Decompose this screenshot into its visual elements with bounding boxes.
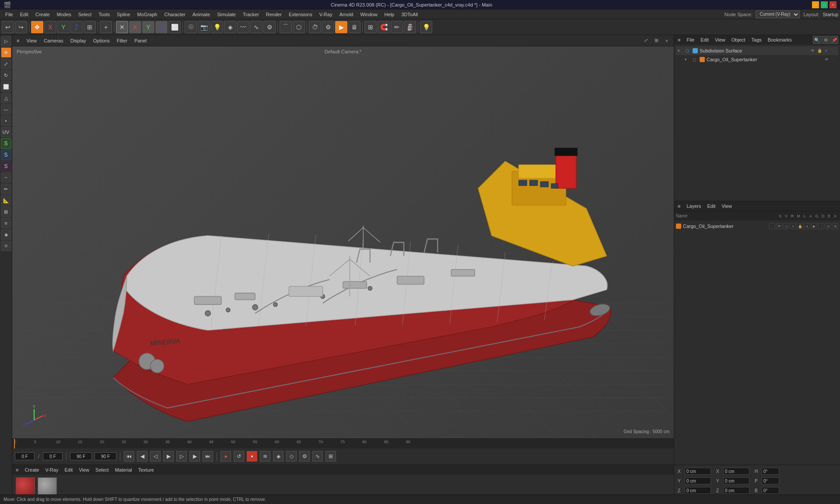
paint-button[interactable]: ✏ <box>391 21 403 33</box>
maximize-button[interactable]: □ <box>821 1 828 8</box>
mat-edit[interactable]: Edit <box>63 466 74 473</box>
om-edit[interactable]: Edit <box>699 36 710 43</box>
sculpt-button[interactable]: 🗿 <box>404 21 416 33</box>
menu-character[interactable]: Character <box>161 11 189 18</box>
record-button[interactable]: ● <box>220 451 231 462</box>
spline-button[interactable]: ∿ <box>250 21 262 33</box>
vp-filter-menu[interactable]: Filter <box>115 37 129 44</box>
select-z-button[interactable]: Z <box>155 21 168 33</box>
menu-modes[interactable]: Modes <box>53 11 75 18</box>
menu-window[interactable]: Window <box>357 11 381 18</box>
vp-layout-btn[interactable]: ⊞ <box>652 36 661 45</box>
mat-texture[interactable]: Texture <box>136 466 156 473</box>
menu-file[interactable]: File <box>2 11 17 18</box>
array-button[interactable]: ⬡ <box>293 21 305 33</box>
om-visible-icon[interactable]: 👁 <box>809 48 816 54</box>
move-tool-button[interactable]: ✥ <box>31 21 43 33</box>
tool-s3[interactable]: S <box>1 161 11 172</box>
vp-display-menu[interactable]: Display <box>69 37 88 44</box>
om-file[interactable]: File <box>685 36 696 43</box>
del-key-button[interactable]: ◇ <box>286 451 297 462</box>
camera-button[interactable]: 📷 <box>198 21 210 33</box>
mat-icon[interactable]: ≡ <box>14 466 20 473</box>
tool-edge[interactable]: — <box>1 104 11 115</box>
motion-tracker-button[interactable]: ⊞ <box>326 451 336 462</box>
render-button[interactable]: ▶ <box>335 21 347 33</box>
coord-b-input[interactable] <box>762 487 779 494</box>
play-button[interactable]: ▶ <box>163 451 174 462</box>
mat-material[interactable]: Material <box>113 466 134 473</box>
vp-panel-menu[interactable]: Panel <box>133 37 148 44</box>
hair-button[interactable]: 〰 <box>237 21 249 33</box>
tool-physics[interactable]: ⚛ <box>1 241 11 251</box>
om-object[interactable]: Object <box>730 36 747 43</box>
tool-grid[interactable]: ⊞ <box>1 206 11 217</box>
layer-icon-x[interactable]: ⊗ <box>832 223 838 229</box>
redo-button[interactable]: ↪ <box>15 21 27 33</box>
mat-select[interactable]: Select <box>94 466 111 473</box>
loop-button[interactable]: ↺ <box>234 451 244 462</box>
lp-layers[interactable]: Layers <box>685 203 703 210</box>
menu-extensions[interactable]: Extensions <box>285 11 316 18</box>
vp-menu-icon[interactable]: ≡ <box>15 37 21 44</box>
render-vp-button[interactable]: 🖥 <box>348 21 360 33</box>
tool-scale[interactable]: ⤢ <box>1 59 11 69</box>
layer-icon-s[interactable]: · <box>769 223 775 229</box>
tool-measure[interactable]: 📐 <box>1 195 11 206</box>
scale-y-button[interactable]: Y <box>57 21 70 33</box>
render-settings-button[interactable]: ⚙ <box>322 21 334 33</box>
curve-button[interactable]: ∿ <box>312 451 323 462</box>
tool-shader[interactable]: ◈ <box>1 229 11 240</box>
menu-spline[interactable]: Spline <box>113 11 134 18</box>
timeline-button[interactable]: ⏱ <box>309 21 321 33</box>
scale-x-button[interactable]: X <box>44 21 56 33</box>
tool-pointer[interactable]: ▷ <box>1 36 11 46</box>
menu-vray[interactable]: V-Ray <box>316 11 336 18</box>
material-button[interactable]: ◈ <box>224 21 236 33</box>
motion-button[interactable]: ≋ <box>260 451 270 462</box>
tool-brush[interactable]: ✏ <box>1 184 11 194</box>
menu-create[interactable]: Create <box>32 11 53 18</box>
om-icon[interactable]: ≡ <box>676 36 682 43</box>
om-expand-subdivision[interactable]: ▾ <box>678 49 684 53</box>
null-button[interactable]: ⦾ <box>185 21 197 33</box>
om-search-btn[interactable]: 🔍 <box>813 36 821 44</box>
om-lock-icon[interactable]: 🔒 <box>816 48 822 54</box>
minimize-button[interactable]: − <box>812 1 819 8</box>
vp-cameras-menu[interactable]: Cameras <box>42 37 65 44</box>
om-settings-btn[interactable]: ⚙ <box>822 36 830 44</box>
menu-3dtoall[interactable]: 3DToAll <box>398 11 421 18</box>
om-item-cargo[interactable]: ▾ ◻ Cargo_Oil_Supertanker 👁 · <box>676 55 838 64</box>
mat-create[interactable]: Create <box>23 466 41 473</box>
tool-point[interactable]: • <box>1 116 11 126</box>
tool-move[interactable]: ✥ <box>1 47 11 58</box>
tool-uv[interactable]: UV <box>1 127 11 137</box>
menu-animate[interactable]: Animate <box>189 11 214 18</box>
goto-end-button[interactable]: ⏭ <box>203 451 213 462</box>
om-pin-btn[interactable]: 📌 <box>830 36 838 44</box>
new-button[interactable]: + <box>100 21 112 33</box>
om-bookmarks[interactable]: Bookmarks <box>766 36 794 43</box>
light-tool-button[interactable]: 💡 <box>420 21 432 33</box>
end-frame-display[interactable] <box>70 452 92 460</box>
menu-edit[interactable]: Edit <box>17 11 32 18</box>
mat-vray[interactable]: V-Ray <box>43 466 60 473</box>
add-key-button[interactable]: ◈ <box>273 451 284 462</box>
om-check-icon[interactable]: ✓ <box>823 48 830 54</box>
prev-frame-button[interactable]: ◀ <box>137 451 147 462</box>
layer-icon-v[interactable]: 👁 <box>776 223 782 229</box>
select-x-button[interactable]: X <box>129 21 141 33</box>
bend-button[interactable]: ⌒ <box>280 21 292 33</box>
tool-s2[interactable]: S <box>1 150 11 160</box>
om-view[interactable]: View <box>713 36 727 43</box>
menu-tracker[interactable]: Tracker <box>239 11 262 18</box>
menu-arnold[interactable]: Arnold <box>336 11 357 18</box>
tool-object[interactable]: ⬜ <box>1 81 11 92</box>
menu-mograph[interactable]: MoGraph <box>134 11 161 18</box>
coord-p-input[interactable] <box>762 477 779 484</box>
coord-hz-input[interactable] <box>723 487 749 494</box>
coord-h-input[interactable] <box>762 468 779 475</box>
layer-icon-d[interactable]: ↓ <box>818 223 824 229</box>
layer-item-cargo[interactable]: Cargo_Oil_Supertanker · 👁 ◻ ≡ 🔒 A ▶ ↓ ⊡ … <box>676 221 838 231</box>
lp-icon[interactable]: ≡ <box>676 203 682 210</box>
